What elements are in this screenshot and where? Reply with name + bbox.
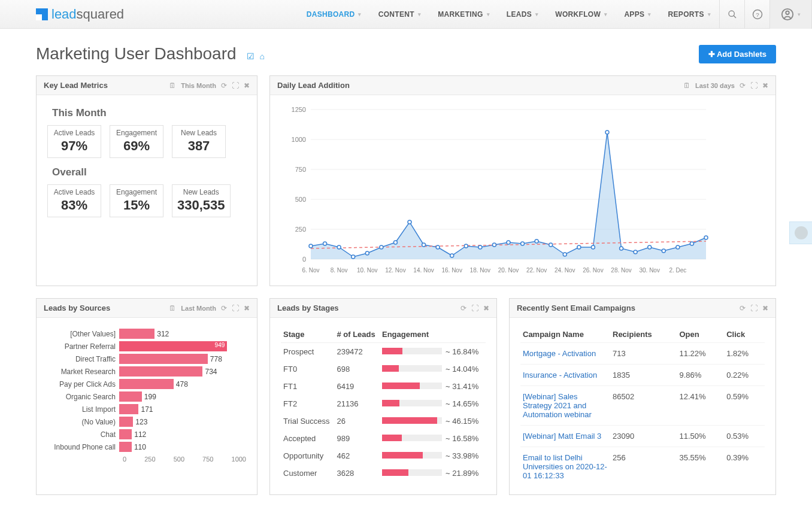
card-title: Leads by Stages <box>277 303 339 312</box>
svg-text:28. Nov: 28. Nov <box>611 267 631 274</box>
card-title: Leads by Sources <box>44 303 110 312</box>
campaign-row: [Webinar] Matt Email 32309011.50%0.53% <box>520 426 765 447</box>
search-icon[interactable] <box>720 0 745 29</box>
campaign-link[interactable]: Insurance - Activation <box>523 371 597 380</box>
svg-point-21 <box>337 245 341 249</box>
nav-workflow[interactable]: WORKFLOW▾ <box>547 0 616 29</box>
campaign-row: Email to list Delhi Universities on 2020… <box>520 447 765 487</box>
close-icon[interactable]: ✖ <box>483 304 489 312</box>
svg-text:0: 0 <box>302 256 306 263</box>
user-menu[interactable]: ▾ <box>770 0 812 29</box>
stage-row: Prospect239472~ 16.84% <box>281 343 486 361</box>
source-row: [Other Values]312 <box>47 329 246 339</box>
card-leads-stages: Leads by Stages ⟳ ⛶ ✖ Stage # of Leads E… <box>269 298 497 495</box>
metric-new-leads: New Leads387 <box>172 125 226 158</box>
nav-dashboard[interactable]: DASHBOARD▾ <box>298 0 370 29</box>
page-title: Marketing User Dashboard ☑ ⌂ <box>36 44 265 63</box>
nav-apps[interactable]: APPS▾ <box>616 0 659 29</box>
metric-new-leads: New Leads330,535 <box>172 184 231 217</box>
campaign-row: Insurance - Activation18359.86%0.22% <box>520 365 765 386</box>
svg-text:750: 750 <box>295 166 306 173</box>
metrics-heading: This Month <box>52 107 241 119</box>
svg-text:20. Nov: 20. Nov <box>498 267 519 274</box>
metrics-heading: Overall <box>52 166 241 178</box>
refresh-icon[interactable]: ⟳ <box>221 304 227 312</box>
campaign-link[interactable]: [Webinar] Matt Email 3 <box>523 432 601 441</box>
metric-engagement: Engagement15% <box>110 184 163 217</box>
campaign-link[interactable]: Mortgage - Activation <box>523 349 596 358</box>
source-row: Inbound Phone call110 <box>47 442 246 452</box>
daily-lead-chart: 0250500750100012506. Nov8. Nov10. Nov12.… <box>281 104 712 277</box>
svg-point-37 <box>563 253 566 256</box>
refresh-icon[interactable]: ⟳ <box>221 81 227 90</box>
add-dashlets-button[interactable]: ✚ Add Dashlets <box>699 45 776 63</box>
refresh-icon[interactable]: ⟳ <box>740 81 746 90</box>
calendar-icon[interactable]: 🗓 <box>683 81 690 90</box>
close-icon[interactable]: ✖ <box>762 304 768 312</box>
svg-text:1000: 1000 <box>292 136 306 143</box>
stage-row: Opportunity462~ 33.98% <box>281 447 486 465</box>
source-row: Chat112 <box>47 429 246 439</box>
nav-marketing[interactable]: MARKETING▾ <box>429 0 498 29</box>
card-title: Recently Sent Email Campaigns <box>517 303 635 312</box>
svg-text:10. Nov: 10. Nov <box>357 267 377 274</box>
nav-leads[interactable]: LEADS▾ <box>498 0 547 29</box>
svg-text:22. Nov: 22. Nov <box>526 267 547 274</box>
range-label[interactable]: This Month <box>181 82 216 89</box>
expand-icon[interactable]: ⛶ <box>232 81 239 90</box>
calendar-icon[interactable]: 🗓 <box>169 81 176 90</box>
svg-text:24. Nov: 24. Nov <box>555 267 575 274</box>
expand-icon[interactable]: ⛶ <box>750 304 758 312</box>
svg-text:?: ? <box>756 11 759 17</box>
svg-text:26. Nov: 26. Nov <box>583 267 603 274</box>
expand-icon[interactable]: ⛶ <box>232 304 239 312</box>
stage-row: Trial Success26~ 46.15% <box>281 412 486 430</box>
nav-reports[interactable]: REPORTS▾ <box>660 0 719 29</box>
svg-point-5 <box>786 11 789 14</box>
svg-text:6. Nov: 6. Nov <box>302 267 320 274</box>
svg-text:250: 250 <box>295 226 306 233</box>
svg-point-43 <box>648 245 652 249</box>
svg-point-36 <box>549 243 553 247</box>
metric-active-leads: Active Leads83% <box>47 184 101 217</box>
svg-point-20 <box>323 242 327 245</box>
help-icon[interactable]: ? <box>745 0 770 29</box>
range-label[interactable]: Last Month <box>181 305 216 312</box>
nav-content[interactable]: CONTENT▾ <box>370 0 429 29</box>
logo[interactable]: leadsquared <box>36 7 124 22</box>
svg-text:16. Nov: 16. Nov <box>441 267 462 274</box>
close-icon[interactable]: ✖ <box>244 304 250 312</box>
col-leads: # of Leads <box>334 326 380 343</box>
svg-text:18. Nov: 18. Nov <box>470 267 490 274</box>
expand-icon[interactable]: ⛶ <box>750 81 758 90</box>
verified-icon[interactable]: ☑ <box>247 51 254 61</box>
floating-avatar[interactable] <box>789 221 812 244</box>
svg-point-44 <box>662 249 665 253</box>
col-click: Click <box>724 326 765 343</box>
svg-point-32 <box>492 243 496 247</box>
svg-point-27 <box>422 243 426 247</box>
card-title: Key Lead Metrics <box>44 81 108 90</box>
refresh-icon[interactable]: ⟳ <box>460 304 466 312</box>
svg-text:8. Nov: 8. Nov <box>331 267 348 274</box>
calendar-icon[interactable]: 🗓 <box>169 304 176 312</box>
campaign-row: Mortgage - Activation71311.22%1.82% <box>520 343 765 365</box>
campaign-link[interactable]: [Webinar] Sales Strategy 2021 and Automa… <box>523 392 592 419</box>
close-icon[interactable]: ✖ <box>762 81 768 90</box>
svg-text:2. Dec: 2. Dec <box>669 267 686 274</box>
source-row: Partner Referral949 <box>47 341 246 351</box>
home-icon[interactable]: ⌂ <box>259 51 264 61</box>
close-icon[interactable]: ✖ <box>244 81 250 90</box>
svg-point-39 <box>591 245 595 249</box>
svg-point-46 <box>690 242 693 245</box>
svg-text:12. Nov: 12. Nov <box>385 267 405 274</box>
campaign-link[interactable]: Email to list Delhi Universities on 2020… <box>523 453 607 480</box>
col-name: Campaign Name <box>520 326 610 343</box>
svg-point-24 <box>380 245 383 249</box>
card-key-metrics: Key Lead Metrics 🗓 This Month ⟳ ⛶ ✖ This… <box>36 75 257 286</box>
range-label[interactable]: Last 30 days <box>695 82 735 89</box>
expand-icon[interactable]: ⛶ <box>471 304 478 312</box>
refresh-icon[interactable]: ⟳ <box>740 304 746 312</box>
topbar: leadsquared DASHBOARD▾CONTENT▾MARKETING▾… <box>0 0 812 29</box>
svg-point-29 <box>450 254 454 257</box>
